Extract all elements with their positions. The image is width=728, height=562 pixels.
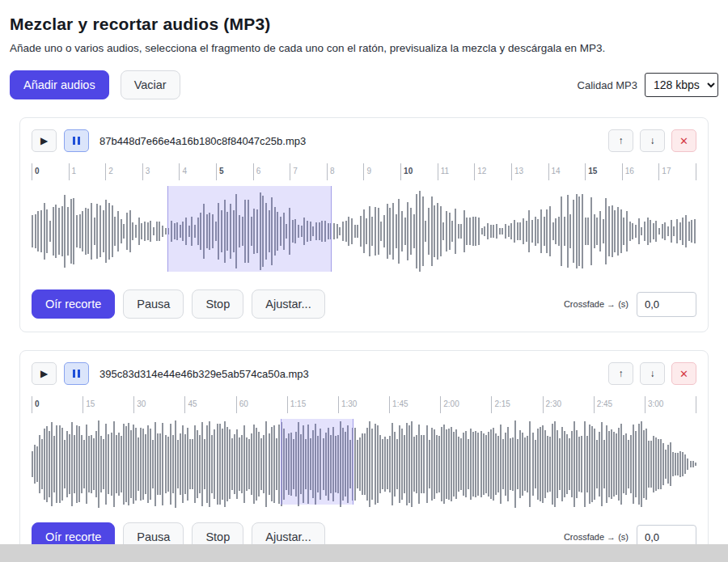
ruler-tick: 2:00: [440, 396, 491, 413]
ruler-tick: 1:15: [287, 396, 338, 413]
play-icon: ▶: [40, 135, 48, 146]
close-icon: ✕: [679, 368, 688, 380]
timeline-ruler: 01234567891011121314151617: [32, 163, 696, 180]
ruler-tick: 2:45: [594, 396, 645, 413]
pause-toggle-button[interactable]: [64, 129, 89, 152]
ruler-tick: 10: [400, 163, 438, 180]
mp3-quality-select[interactable]: 128 kbps: [645, 73, 718, 97]
track-header: ▶ 87b448d7e66e4a16b180c8f84047c25b.mp3 ↑…: [32, 129, 696, 152]
move-up-button[interactable]: ↑: [608, 362, 633, 385]
waveform[interactable]: [32, 419, 696, 509]
ruler-tick-end: [696, 396, 696, 413]
quality-group: Calidad MP3 128 kbps: [578, 73, 718, 97]
remove-track-button[interactable]: ✕: [671, 362, 696, 385]
pause-icon: [73, 137, 75, 145]
ruler-tick: 1: [69, 163, 106, 180]
crossfade-label: Crossfade → (s): [564, 299, 629, 309]
ruler-tick: 3:00: [645, 396, 696, 413]
ruler-tick: 14: [548, 163, 586, 180]
track-header: ▶ 395c83d314e44e46b329e5ab574ca50a.mp3 ↑…: [32, 362, 696, 385]
remove-track-button[interactable]: ✕: [671, 129, 696, 152]
ruler-tick: 17: [658, 163, 696, 180]
ruler-tick: 45: [184, 396, 235, 413]
ruler-tick: 15: [585, 163, 622, 180]
mixer-page: Mezclar y recortar audios (MP3) Añade un…: [0, 0, 728, 562]
move-down-button[interactable]: ↓: [640, 129, 665, 152]
ruler-tick: 1:45: [389, 396, 440, 413]
track-footer: Oír recorte Pausa Stop Ajustar... Crossf…: [32, 289, 696, 319]
move-up-button[interactable]: ↑: [608, 129, 633, 152]
ruler-tick: 12: [474, 163, 511, 180]
play-button[interactable]: ▶: [32, 129, 57, 152]
track-filename: 87b448d7e66e4a16b180c8f84047c25b.mp3: [99, 135, 306, 147]
ruler-tick-end: [696, 163, 696, 180]
ruler-tick: 6: [253, 163, 290, 180]
selection-region[interactable]: [167, 186, 332, 272]
page-bottom-strip: [0, 544, 728, 562]
clear-button[interactable]: Vaciar: [121, 70, 180, 99]
crossfade-label: Crossfade → (s): [564, 532, 629, 542]
ruler-tick: 30: [133, 396, 184, 413]
ruler-tick: 5: [216, 163, 253, 180]
ruler-tick: 60: [236, 396, 287, 413]
track-card: ▶ 87b448d7e66e4a16b180c8f84047c25b.mp3 ↑…: [19, 117, 709, 332]
pause-toggle-button[interactable]: [64, 362, 89, 385]
arrow-up-icon: ↑: [619, 368, 624, 379]
ruler-tick: 2: [105, 163, 142, 180]
play-icon: ▶: [40, 368, 48, 379]
ruler-tick: 7: [290, 163, 327, 180]
play-selection-button[interactable]: Oír recorte: [32, 289, 115, 319]
timeline-ruler: 0153045601:151:301:452:002:152:302:453:0…: [32, 396, 696, 413]
pause-button[interactable]: Pausa: [123, 289, 184, 319]
add-audios-button[interactable]: Añadir audios: [10, 70, 109, 99]
selection-region[interactable]: [281, 419, 353, 505]
page-subtitle: Añade uno o varios audios, selecciona el…: [10, 42, 718, 54]
ruler-tick: 13: [511, 163, 548, 180]
ruler-tick: 4: [179, 163, 216, 180]
arrow-down-icon: ↓: [650, 368, 655, 379]
ruler-tick: 3: [142, 163, 180, 180]
track-header-actions: ↑ ↓ ✕: [608, 362, 696, 385]
ruler-tick: 8: [327, 163, 364, 180]
ruler-tick: 2:30: [543, 396, 594, 413]
stop-button[interactable]: Stop: [192, 289, 243, 319]
track-header-actions: ↑ ↓ ✕: [608, 129, 696, 152]
page-title: Mezclar y recortar audios (MP3): [10, 15, 718, 34]
waveform[interactable]: [32, 186, 696, 277]
track-card: ▶ 395c83d314e44e46b329e5ab574ca50a.mp3 ↑…: [19, 350, 709, 562]
pause-icon: [73, 370, 75, 378]
play-button[interactable]: ▶: [32, 362, 57, 385]
close-icon: ✕: [679, 135, 688, 147]
toolbar: Añadir audios Vaciar Calidad MP3 128 kbp…: [10, 70, 718, 99]
arrow-down-icon: ↓: [650, 135, 655, 146]
ruler-tick: 9: [363, 163, 400, 180]
ruler-tick: 2:15: [491, 396, 542, 413]
ruler-tick: 1:30: [338, 396, 389, 413]
crossfade-input[interactable]: [637, 292, 696, 317]
track-filename: 395c83d314e44e46b329e5ab574ca50a.mp3: [99, 368, 309, 380]
ruler-tick: 15: [83, 396, 133, 413]
ruler-tick: 0: [32, 396, 83, 413]
ruler-tick: 0: [32, 163, 69, 180]
adjust-button[interactable]: Ajustar...: [252, 289, 324, 319]
move-down-button[interactable]: ↓: [640, 362, 665, 385]
ruler-tick: 16: [622, 163, 659, 180]
arrow-up-icon: ↑: [619, 135, 624, 146]
ruler-tick: 11: [438, 163, 475, 180]
quality-label: Calidad MP3: [578, 79, 637, 91]
